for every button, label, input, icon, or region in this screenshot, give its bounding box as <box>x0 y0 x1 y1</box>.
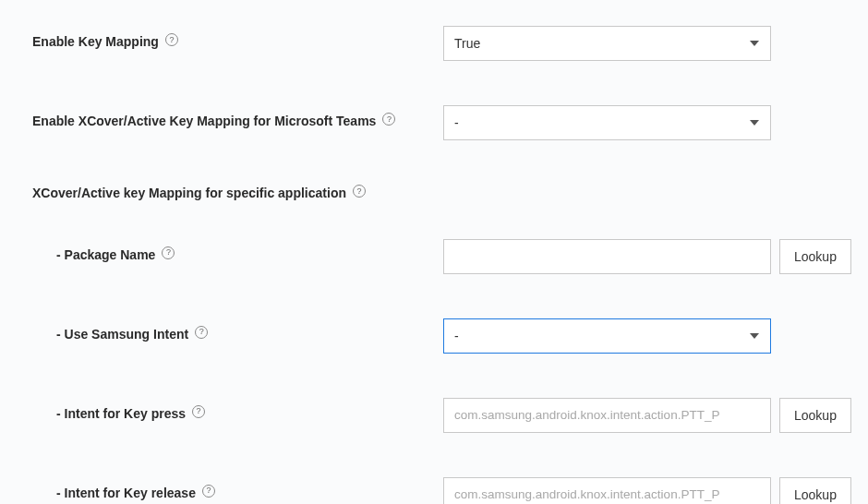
row-xcover-section-header: XCover/Active key Mapping for specific a… <box>32 185 836 202</box>
label-text: - Intent for Key press <box>56 405 186 423</box>
input-intent-key-release[interactable] <box>443 477 771 504</box>
chevron-down-icon <box>750 41 759 46</box>
control-col: True <box>443 26 771 61</box>
help-icon[interactable]: ? <box>353 185 366 198</box>
control-col: Lookup <box>443 398 851 433</box>
label-intent-key-release: - Intent for Key release ? <box>32 477 443 502</box>
label-intent-key-press: - Intent for Key press ? <box>32 398 443 423</box>
label-text: - Use Samsung Intent <box>56 326 188 343</box>
select-use-samsung-intent[interactable]: - <box>443 318 771 354</box>
help-icon[interactable]: ? <box>162 246 175 259</box>
input-package-name[interactable] <box>443 239 771 274</box>
select-value: - <box>454 329 459 343</box>
select-value: True <box>454 36 480 51</box>
label-text: - Package Name <box>56 246 155 264</box>
help-icon[interactable]: ? <box>165 33 178 46</box>
help-icon[interactable]: ? <box>192 405 205 418</box>
row-enable-key-mapping: Enable Key Mapping ? True <box>32 26 836 61</box>
label-enable-xcover-teams: Enable XCover/Active Key Mapping for Mic… <box>32 105 443 130</box>
row-package-name: - Package Name ? Lookup <box>32 239 836 274</box>
row-intent-key-press: - Intent for Key press ? Lookup <box>32 398 836 433</box>
label-text: - Intent for Key release <box>56 485 196 502</box>
help-icon[interactable]: ? <box>382 113 395 126</box>
row-enable-xcover-teams: Enable XCover/Active Key Mapping for Mic… <box>32 105 836 140</box>
label-text: Enable XCover/Active Key Mapping for Mic… <box>32 113 376 130</box>
help-icon[interactable]: ? <box>202 485 215 498</box>
select-enable-key-mapping[interactable]: True <box>443 26 771 61</box>
control-col: - <box>443 318 771 354</box>
lookup-button-key-release[interactable]: Lookup <box>779 477 851 504</box>
help-icon[interactable]: ? <box>195 326 208 339</box>
chevron-down-icon <box>750 120 759 126</box>
select-enable-xcover-teams[interactable]: - <box>443 105 771 140</box>
chevron-down-icon <box>750 333 759 339</box>
row-use-samsung-intent: - Use Samsung Intent ? - <box>32 318 836 354</box>
lookup-button-key-press[interactable]: Lookup <box>779 398 851 433</box>
label-use-samsung-intent: - Use Samsung Intent ? <box>32 318 443 343</box>
input-intent-key-press[interactable] <box>443 398 771 433</box>
control-col: Lookup <box>443 239 851 274</box>
label-text: Enable Key Mapping <box>32 33 159 51</box>
row-intent-key-release: - Intent for Key release ? Lookup <box>32 477 836 504</box>
label-package-name: - Package Name ? <box>32 239 443 264</box>
select-value: - <box>454 115 459 130</box>
control-col: - <box>443 105 771 140</box>
label-text: XCover/Active key Mapping for specific a… <box>32 185 346 202</box>
lookup-button-package-name[interactable]: Lookup <box>779 239 851 274</box>
label-xcover-section: XCover/Active key Mapping for specific a… <box>32 185 443 202</box>
control-col: Lookup <box>443 477 851 504</box>
label-enable-key-mapping: Enable Key Mapping ? <box>32 26 443 51</box>
